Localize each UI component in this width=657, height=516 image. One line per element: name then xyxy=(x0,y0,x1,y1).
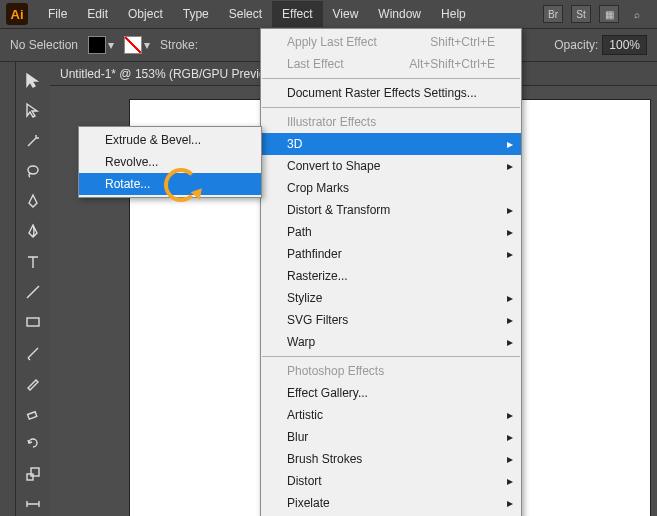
menu-effect-rasterize[interactable]: Rasterize... xyxy=(261,265,521,287)
rotate-tool-icon[interactable] xyxy=(20,431,46,455)
selection-label: No Selection xyxy=(10,38,78,52)
menu-header-illustrator: Illustrator Effects xyxy=(261,111,521,133)
lasso-tool-icon[interactable] xyxy=(20,159,46,183)
svg-rect-2 xyxy=(28,412,37,419)
menu-edit[interactable]: Edit xyxy=(77,1,118,27)
eraser-tool-icon[interactable] xyxy=(20,401,46,425)
type-tool-icon[interactable] xyxy=(20,250,46,274)
tool-panel xyxy=(16,62,50,516)
submenu-arrow-icon: ▸ xyxy=(507,474,513,488)
magic-wand-tool-icon[interactable] xyxy=(20,129,46,153)
menu-effect-warp[interactable]: Warp▸ xyxy=(261,331,521,353)
menu-effect-svg-filters[interactable]: SVG Filters▸ xyxy=(261,309,521,331)
menu-last-effect[interactable]: Last EffectAlt+Shift+Ctrl+E xyxy=(261,53,521,75)
svg-rect-3 xyxy=(27,474,33,480)
svg-rect-1 xyxy=(27,318,39,326)
menu-separator xyxy=(262,356,520,357)
menu-apply-last-effect[interactable]: Apply Last EffectShift+Ctrl+E xyxy=(261,31,521,53)
direct-selection-tool-icon[interactable] xyxy=(20,98,46,122)
chevron-down-icon[interactable]: ▾ xyxy=(144,38,150,52)
chevron-down-icon[interactable]: ▾ xyxy=(108,38,114,52)
effect-3d-submenu: Extrude & Bevel...Revolve...Rotate... xyxy=(78,126,262,198)
bridge-icon[interactable]: Br xyxy=(543,5,563,23)
width-tool-icon[interactable] xyxy=(20,492,46,516)
menu-effect-convert-to-shape[interactable]: Convert to Shape▸ xyxy=(261,155,521,177)
submenu-arrow-icon: ▸ xyxy=(507,291,513,305)
menu-effect-artistic[interactable]: Artistic▸ xyxy=(261,404,521,426)
opacity-label: Opacity: xyxy=(554,38,598,52)
menubar-right: Br St ▦ ⌕ xyxy=(543,5,657,23)
stock-icon[interactable]: St xyxy=(571,5,591,23)
stroke-swatch[interactable] xyxy=(124,36,142,54)
app-logo: Ai xyxy=(6,3,28,25)
menu-effect-pathfinder[interactable]: Pathfinder▸ xyxy=(261,243,521,265)
rectangle-tool-icon[interactable] xyxy=(20,310,46,334)
menu-file[interactable]: File xyxy=(38,1,77,27)
menu-separator xyxy=(262,78,520,79)
submenu-arrow-icon: ▸ xyxy=(507,335,513,349)
menu-effect-effect-gallery[interactable]: Effect Gallery... xyxy=(261,382,521,404)
menu-effect-distort[interactable]: Distort▸ xyxy=(261,470,521,492)
menu-select[interactable]: Select xyxy=(219,1,272,27)
menu-effect-3d[interactable]: 3D▸ xyxy=(261,133,521,155)
stroke-label: Stroke: xyxy=(160,38,198,52)
menu-3d-rotate[interactable]: Rotate... xyxy=(79,173,261,195)
menu-view[interactable]: View xyxy=(323,1,369,27)
menu-effect-stylize[interactable]: Stylize▸ xyxy=(261,287,521,309)
submenu-arrow-icon: ▸ xyxy=(507,225,513,239)
effect-dropdown: Apply Last EffectShift+Ctrl+E Last Effec… xyxy=(260,28,522,516)
submenu-arrow-icon: ▸ xyxy=(507,452,513,466)
opacity-value[interactable]: 100% xyxy=(602,35,647,55)
submenu-arrow-icon: ▸ xyxy=(507,496,513,510)
line-tool-icon[interactable] xyxy=(20,280,46,304)
svg-rect-4 xyxy=(31,468,39,476)
menu-header-photoshop: Photoshop Effects xyxy=(261,360,521,382)
menu-3d-revolve[interactable]: Revolve... xyxy=(79,151,261,173)
fill-swatch[interactable] xyxy=(88,36,106,54)
menu-effect-crop-marks[interactable]: Crop Marks xyxy=(261,177,521,199)
menu-separator xyxy=(262,107,520,108)
workspace-icon[interactable]: ▦ xyxy=(599,5,619,23)
submenu-arrow-icon: ▸ xyxy=(507,408,513,422)
menu-type[interactable]: Type xyxy=(173,1,219,27)
paintbrush-tool-icon[interactable] xyxy=(20,340,46,364)
submenu-arrow-icon: ▸ xyxy=(507,430,513,444)
submenu-arrow-icon: ▸ xyxy=(507,203,513,217)
pencil-tool-icon[interactable] xyxy=(20,371,46,395)
submenu-arrow-icon: ▸ xyxy=(507,137,513,151)
submenu-arrow-icon: ▸ xyxy=(507,159,513,173)
submenu-arrow-icon: ▸ xyxy=(507,247,513,261)
menu-3d-extrude-bevel[interactable]: Extrude & Bevel... xyxy=(79,129,261,151)
selection-tool-icon[interactable] xyxy=(20,68,46,92)
menu-effect-distort-transform[interactable]: Distort & Transform▸ xyxy=(261,199,521,221)
menu-effect-pixelate[interactable]: Pixelate▸ xyxy=(261,492,521,514)
menu-effect-path[interactable]: Path▸ xyxy=(261,221,521,243)
curvature-tool-icon[interactable] xyxy=(20,219,46,243)
menu-window[interactable]: Window xyxy=(368,1,431,27)
menu-doc-raster-settings[interactable]: Document Raster Effects Settings... xyxy=(261,82,521,104)
menu-effect[interactable]: Effect xyxy=(272,1,322,27)
submenu-arrow-icon: ▸ xyxy=(507,313,513,327)
panel-collapse-strip[interactable] xyxy=(0,62,16,516)
pen-tool-icon[interactable] xyxy=(20,189,46,213)
menu-effect-brush-strokes[interactable]: Brush Strokes▸ xyxy=(261,448,521,470)
scale-tool-icon[interactable] xyxy=(20,461,46,485)
menu-help[interactable]: Help xyxy=(431,1,476,27)
menu-object[interactable]: Object xyxy=(118,1,173,27)
menu-effect-blur[interactable]: Blur▸ xyxy=(261,426,521,448)
menubar: Ai File Edit Object Type Select Effect V… xyxy=(0,0,657,28)
search-icon[interactable]: ⌕ xyxy=(627,5,647,23)
